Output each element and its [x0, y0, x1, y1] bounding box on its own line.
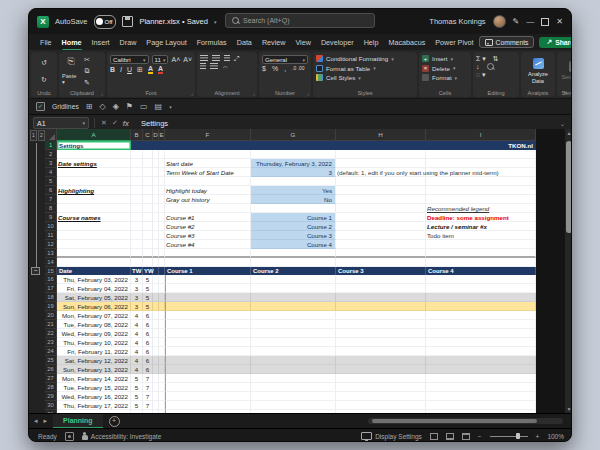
cell-G12[interactable]: Course 4: [251, 240, 336, 249]
row-header-29[interactable]: 29: [45, 392, 57, 401]
cell-H4[interactable]: (default: 1, edit if you only start usin…: [336, 168, 426, 177]
cell-I28[interactable]: [426, 383, 536, 392]
cell-A18[interactable]: Sat, February 05, 2022: [57, 293, 131, 302]
horizontal-scroll-thumb[interactable]: [372, 419, 537, 423]
font-color-icon[interactable]: A: [158, 65, 163, 74]
row-header-13[interactable]: 13: [45, 249, 57, 258]
cell-F20[interactable]: [165, 311, 251, 320]
row-header-22[interactable]: 22: [45, 329, 57, 338]
close-button[interactable]: ✕: [556, 18, 563, 26]
cell-I26[interactable]: [426, 365, 536, 374]
cell-B7[interactable]: [131, 195, 143, 204]
cell-I20[interactable]: [426, 311, 536, 320]
cell-I5[interactable]: [426, 177, 536, 186]
insert-function-icon[interactable]: fx: [123, 120, 129, 127]
cell-H3[interactable]: [336, 159, 426, 168]
ribbon-tab-help[interactable]: Help: [359, 36, 384, 49]
cell-H9[interactable]: [336, 213, 426, 222]
new-sheet-button[interactable]: +: [109, 416, 120, 427]
cell-G20[interactable]: [251, 311, 336, 320]
cell-F10[interactable]: Course #2: [165, 222, 251, 231]
cell-I11[interactable]: Todo item: [426, 231, 536, 240]
cell-H20[interactable]: [336, 311, 426, 320]
font-launcher-icon[interactable]: ⌟: [191, 90, 193, 96]
cell-F30[interactable]: [165, 401, 251, 410]
cell-B29[interactable]: 5: [131, 392, 143, 401]
search-input[interactable]: Search (Alt+Q): [225, 13, 375, 28]
cell-F2[interactable]: [165, 150, 251, 159]
ribbon-tab-data[interactable]: Data: [232, 36, 257, 49]
cell-C14[interactable]: [143, 258, 153, 267]
cell-H5[interactable]: [336, 177, 426, 186]
cell-H16[interactable]: [336, 275, 426, 284]
row-header-18[interactable]: 18: [45, 293, 57, 302]
cell-C10[interactable]: [143, 222, 153, 231]
cell-B24[interactable]: 4: [131, 347, 143, 356]
cell-G19[interactable]: [251, 302, 336, 311]
gridlines-checkbox[interactable]: ✓: [36, 102, 45, 111]
zoom-in-icon[interactable]: +: [536, 433, 540, 440]
cell-I24[interactable]: [426, 347, 536, 356]
cell-H26[interactable]: [336, 365, 426, 374]
autosum-icon[interactable]: Σ ▾: [476, 55, 486, 62]
cell-G17[interactable]: [251, 284, 336, 293]
cell-G26[interactable]: [251, 365, 336, 374]
zoom-slider[interactable]: [490, 436, 528, 437]
column-header-I[interactable]: I: [426, 129, 536, 141]
cell-B28[interactable]: 5: [131, 383, 143, 392]
cell-G9[interactable]: Course 1: [251, 213, 336, 222]
cell-F12[interactable]: Course #4: [165, 240, 251, 249]
cell-C6[interactable]: [143, 186, 153, 195]
row-header-17[interactable]: 17: [45, 284, 57, 293]
zoom-slider-knob[interactable]: [516, 433, 520, 439]
cell-A29[interactable]: Wed, February 16, 2022: [57, 392, 131, 401]
expand-formula-bar-icon[interactable]: ⌄: [560, 120, 565, 127]
cell-B11[interactable]: [131, 231, 143, 240]
cell-H28[interactable]: [336, 383, 426, 392]
autosave-toggle[interactable]: Off: [94, 15, 117, 29]
cell-C20[interactable]: 6: [143, 311, 153, 320]
cell-F9[interactable]: Course #1: [165, 213, 251, 222]
column-header-F[interactable]: F: [165, 129, 251, 141]
cell-C22[interactable]: 6: [143, 329, 153, 338]
formula-input[interactable]: Settings: [135, 119, 560, 128]
normal-view-icon[interactable]: [430, 433, 438, 440]
row-header-23[interactable]: 23: [45, 338, 57, 347]
cell-B8[interactable]: [131, 204, 143, 213]
row-header-25[interactable]: 25: [45, 356, 57, 365]
cell-B4[interactable]: [131, 168, 143, 177]
borders-qat-icon[interactable]: ⊞: [86, 103, 93, 111]
redo-icon[interactable]: ↻: [41, 76, 47, 83]
column-header-B[interactable]: B: [131, 129, 143, 141]
cell-B26[interactable]: 4: [131, 365, 143, 374]
cell-H7[interactable]: [336, 195, 426, 204]
cell-A14[interactable]: [57, 258, 131, 267]
align-top-icon[interactable]: [200, 55, 208, 62]
row-header-9[interactable]: 9: [45, 213, 57, 222]
sheet-tab-planning[interactable]: Planning: [53, 414, 103, 429]
cell-G4[interactable]: 3: [251, 168, 336, 177]
row-header-26[interactable]: 26: [45, 365, 57, 374]
cell-H22[interactable]: [336, 329, 426, 338]
cell-G21[interactable]: [251, 320, 336, 329]
vertical-scrollbar[interactable]: ▲ ▼: [565, 129, 572, 413]
cell-I6[interactable]: [426, 186, 536, 195]
outline-collapse-button[interactable]: −: [31, 267, 40, 275]
italic-button[interactable]: I: [120, 66, 122, 73]
cell-F16[interactable]: [165, 275, 251, 284]
cell-A17[interactable]: Fri, February 04, 2022: [57, 284, 131, 293]
cell-G18[interactable]: [251, 293, 336, 302]
cell-F7[interactable]: Gray out history: [165, 195, 251, 204]
cell-B25[interactable]: 4: [131, 356, 143, 365]
accessibility-status[interactable]: Accessibility: Investigate: [82, 432, 161, 441]
cell-C27[interactable]: 7: [143, 374, 153, 383]
cell-H19[interactable]: [336, 302, 426, 311]
avatar[interactable]: [493, 15, 506, 28]
row-header-30[interactable]: 30: [45, 401, 57, 410]
merge-center-icon[interactable]: ⇔: [222, 63, 229, 70]
ribbon-tab-macabacus[interactable]: Macabacus: [383, 36, 430, 49]
cell-A26[interactable]: Sun, February 13, 2022: [57, 365, 131, 374]
cell-B21[interactable]: 4: [131, 320, 143, 329]
cell-C11[interactable]: [143, 231, 153, 240]
cell-A7[interactable]: [57, 195, 131, 204]
